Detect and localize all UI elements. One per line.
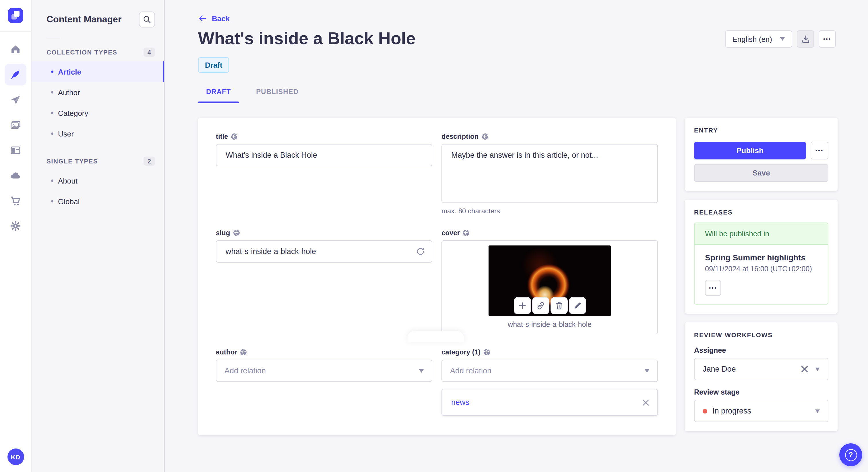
nav-deploy-button[interactable] xyxy=(5,165,26,187)
user-avatar[interactable]: KD xyxy=(7,448,24,465)
delete-button[interactable] xyxy=(550,297,567,314)
bullet-icon xyxy=(51,179,53,182)
category-relation-select[interactable]: Add relation xyxy=(441,360,658,382)
copy-link-button[interactable] xyxy=(532,297,549,314)
trash-icon xyxy=(554,301,564,311)
sidebar-item-article[interactable]: Article xyxy=(32,61,164,82)
relation-item-news: news xyxy=(442,390,657,415)
edit-button[interactable] xyxy=(569,297,586,314)
tab-published[interactable]: PUBLISHED xyxy=(248,88,307,103)
chevron-down-icon xyxy=(419,369,424,372)
field-description: description Maybe the answer is in this … xyxy=(441,133,658,215)
category-relations-list: news xyxy=(441,389,658,416)
next-section-peek xyxy=(408,331,464,342)
section-label: SINGLE TYPES xyxy=(46,158,98,165)
entry-panel: ENTRY Publish ••• Save xyxy=(685,117,838,191)
back-arrow-icon xyxy=(198,14,207,23)
description-textarea[interactable]: Maybe the answer is in this article, or … xyxy=(441,144,658,203)
author-relation-select[interactable]: Add relation xyxy=(216,360,432,382)
sidebar-item-about[interactable]: About xyxy=(32,170,164,191)
media-icon xyxy=(10,119,21,131)
globe-icon xyxy=(482,133,488,140)
strapi-logo[interactable] xyxy=(8,8,23,23)
field-title: title xyxy=(216,133,432,215)
single-types-list: About Global xyxy=(32,170,164,212)
remove-relation-icon[interactable] xyxy=(642,399,649,406)
sidebar-item-author[interactable]: Author xyxy=(32,82,164,103)
nav-settings-button[interactable] xyxy=(5,215,26,237)
nav-content-type-builder-button[interactable] xyxy=(5,139,26,161)
relation-link[interactable]: news xyxy=(451,398,642,407)
sidebar-item-global[interactable]: Global xyxy=(32,191,164,212)
field-slug: slug xyxy=(216,229,432,334)
bullet-icon xyxy=(51,91,53,94)
review-workflows-panel: REVIEW WORKFLOWS Assignee Jane Doe Revie… xyxy=(685,322,838,431)
release-card: Will be published in Spring Summer highl… xyxy=(694,223,828,305)
section-single-types: SINGLE TYPES 2 xyxy=(32,157,164,166)
cover-asset-box: what-s-inside-a-black-hole xyxy=(441,240,658,334)
tab-draft[interactable]: DRAFT xyxy=(198,88,239,103)
cloud-icon xyxy=(10,170,21,181)
assignee-label: Assignee xyxy=(694,346,828,355)
assignee-select[interactable]: Jane Doe xyxy=(694,358,828,380)
publish-button[interactable]: Publish xyxy=(694,142,806,160)
sidebar-item-user[interactable]: User xyxy=(32,123,164,144)
sidebar-divider xyxy=(46,38,60,38)
chevron-down-icon xyxy=(780,37,785,41)
release-name[interactable]: Spring Summer highlights xyxy=(705,253,817,262)
review-stage-label: Review stage xyxy=(694,388,828,396)
save-button[interactable]: Save xyxy=(694,164,828,182)
back-link[interactable]: Back xyxy=(198,14,229,23)
search-button[interactable] xyxy=(139,11,155,28)
globe-icon xyxy=(484,349,490,356)
collection-types-list: Article Author Category User xyxy=(32,61,164,144)
home-icon xyxy=(10,43,21,55)
status-badge: Draft xyxy=(198,57,229,73)
question-mark-icon: ? xyxy=(845,449,857,461)
link-icon xyxy=(535,301,546,311)
globe-icon xyxy=(231,133,238,140)
version-tabs: DRAFT PUBLISHED xyxy=(198,88,868,103)
nav-content-manager-button[interactable] xyxy=(5,64,26,86)
chevron-down-icon xyxy=(815,409,820,413)
ellipsis-icon: ••• xyxy=(823,36,831,42)
bullet-icon xyxy=(51,133,53,135)
plus-icon xyxy=(517,301,527,311)
nav-home-button[interactable] xyxy=(5,38,26,60)
nav-releases-button[interactable] xyxy=(5,89,26,111)
section-count-badge: 4 xyxy=(144,47,155,57)
cover-filename: what-s-inside-a-black-hole xyxy=(442,321,657,329)
review-panel-title: REVIEW WORKFLOWS xyxy=(694,332,828,338)
bullet-icon xyxy=(51,112,53,114)
add-media-button[interactable] xyxy=(514,297,531,314)
more-options-button[interactable]: ••• xyxy=(818,30,836,47)
nav-marketplace-button[interactable] xyxy=(5,190,26,212)
description-hint: max. 80 characters xyxy=(441,207,658,215)
locale-select[interactable]: English (en) xyxy=(725,30,792,47)
releases-panel: RELEASES Will be published in Spring Sum… xyxy=(685,200,838,314)
entry-more-button[interactable]: ••• xyxy=(811,142,828,160)
slug-input[interactable] xyxy=(216,240,432,263)
chevron-down-icon xyxy=(645,369,649,372)
section-collection-types: COLLECTION TYPES 4 xyxy=(32,47,164,57)
regenerate-icon[interactable] xyxy=(415,247,425,256)
rail-divider xyxy=(0,31,31,32)
sidebar-item-category[interactable]: Category xyxy=(32,103,164,123)
nav-media-library-button[interactable] xyxy=(5,114,26,136)
help-button[interactable]: ? xyxy=(839,443,862,466)
sidebar-title: Content Manager xyxy=(46,14,121,25)
clear-assignee-icon[interactable] xyxy=(801,365,808,373)
cart-icon xyxy=(10,195,21,206)
feather-icon xyxy=(10,69,21,80)
title-input[interactable] xyxy=(216,144,432,166)
pencil-icon xyxy=(572,301,582,311)
release-status-banner: Will be published in xyxy=(694,223,828,245)
review-stage-select[interactable]: In progress xyxy=(694,400,828,422)
download-button[interactable] xyxy=(797,30,814,47)
globe-icon xyxy=(240,349,247,356)
gear-icon xyxy=(10,220,21,232)
release-date: 09/11/2024 at 16:00 (UTC+02:00) xyxy=(705,265,817,273)
release-more-button[interactable]: ••• xyxy=(705,280,721,296)
app-root: KD Content Manager COLLECTION TYPES 4 Ar… xyxy=(0,0,868,472)
main-content: Back What's inside a Black Hole Draft En… xyxy=(165,0,868,472)
